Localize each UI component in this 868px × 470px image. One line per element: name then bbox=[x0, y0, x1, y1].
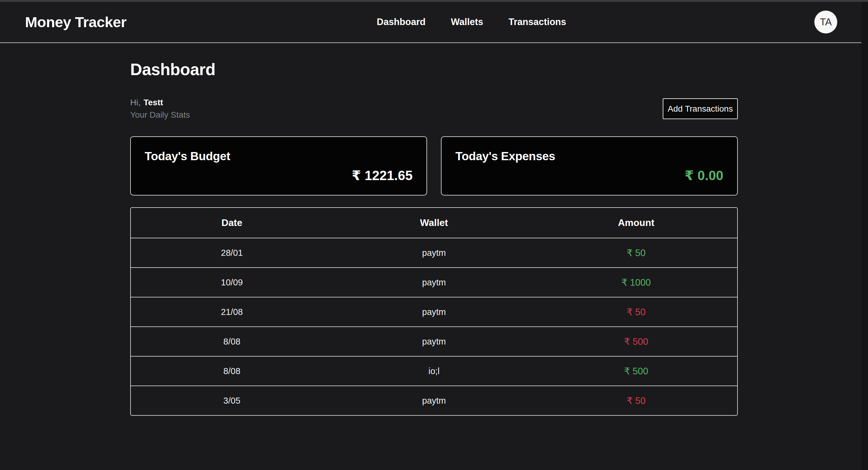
transaction-date: 10/09 bbox=[131, 277, 333, 288]
column-header-amount: Amount bbox=[535, 217, 737, 228]
greeting-line: Hi,Testt bbox=[130, 98, 190, 108]
budget-card-title: Today's Budget bbox=[145, 150, 412, 163]
nav-item-transactions[interactable]: Transactions bbox=[508, 17, 566, 27]
expenses-card-value: ₹ 0.00 bbox=[456, 168, 723, 183]
nav-item-wallets[interactable]: Wallets bbox=[451, 17, 483, 27]
table-row: 8/08 io;l ₹ 500 bbox=[131, 356, 737, 385]
greeting-prefix: Hi, bbox=[130, 98, 141, 107]
transaction-wallet: paytm bbox=[333, 307, 535, 317]
transaction-amount: ₹ 50 bbox=[535, 395, 737, 406]
table-row: 21/08 paytm ₹ 50 bbox=[131, 297, 737, 326]
transactions-table: Date Wallet Amount 28/01 paytm ₹ 50 10/0… bbox=[130, 207, 738, 416]
transaction-date: 8/08 bbox=[131, 337, 333, 347]
budget-card-value: ₹ 1221.65 bbox=[145, 168, 412, 183]
greeting-row: Hi,Testt Your Daily Stats Add Transactio… bbox=[130, 98, 738, 120]
transaction-wallet: io;l bbox=[333, 366, 535, 376]
nav-item-dashboard[interactable]: Dashboard bbox=[377, 17, 426, 27]
transaction-amount: ₹ 50 bbox=[535, 247, 737, 259]
main-content: Dashboard Hi,Testt Your Daily Stats Add … bbox=[0, 44, 868, 416]
transaction-amount: ₹ 500 bbox=[535, 336, 737, 347]
column-header-date: Date bbox=[131, 217, 333, 228]
transaction-wallet: paytm bbox=[333, 248, 535, 258]
transaction-date: 3/05 bbox=[131, 396, 333, 406]
column-header-wallet: Wallet bbox=[333, 217, 535, 228]
user-name: Testt bbox=[144, 98, 163, 107]
transaction-date: 28/01 bbox=[131, 248, 333, 258]
greeting-block: Hi,Testt Your Daily Stats bbox=[130, 98, 190, 120]
main-nav: Dashboard Wallets Transactions bbox=[377, 2, 566, 42]
expenses-card: Today's Expenses ₹ 0.00 bbox=[441, 136, 738, 196]
transaction-amount: ₹ 1000 bbox=[535, 277, 737, 288]
page-title: Dashboard bbox=[130, 60, 738, 79]
transaction-date: 21/08 bbox=[131, 307, 333, 317]
user-avatar[interactable]: TA bbox=[814, 10, 837, 33]
transaction-date: 8/08 bbox=[131, 366, 333, 376]
scrollbar-track[interactable] bbox=[861, 2, 868, 470]
table-row: 3/05 paytm ₹ 50 bbox=[131, 385, 737, 415]
app-header: Money Tracker Dashboard Wallets Transact… bbox=[0, 2, 868, 43]
add-transactions-button[interactable]: Add Transactions bbox=[663, 98, 738, 119]
transaction-amount: ₹ 50 bbox=[535, 306, 737, 318]
table-row: 28/01 paytm ₹ 50 bbox=[131, 238, 737, 267]
expenses-card-title: Today's Expenses bbox=[456, 150, 723, 163]
daily-stats-label: Your Daily Stats bbox=[130, 110, 190, 120]
transaction-amount: ₹ 500 bbox=[535, 365, 737, 377]
transaction-wallet: paytm bbox=[333, 277, 535, 288]
transactions-body: 28/01 paytm ₹ 50 10/09 paytm ₹ 1000 21/0… bbox=[131, 238, 737, 415]
table-row: 10/09 paytm ₹ 1000 bbox=[131, 267, 737, 297]
app-logo[interactable]: Money Tracker bbox=[25, 13, 127, 30]
transactions-table-header: Date Wallet Amount bbox=[131, 208, 737, 238]
table-row: 8/08 paytm ₹ 500 bbox=[131, 326, 737, 356]
stat-cards: Today's Budget ₹ 1221.65 Today's Expense… bbox=[130, 136, 738, 196]
transaction-wallet: paytm bbox=[333, 337, 535, 347]
budget-card: Today's Budget ₹ 1221.65 bbox=[130, 136, 427, 196]
transaction-wallet: paytm bbox=[333, 396, 535, 406]
